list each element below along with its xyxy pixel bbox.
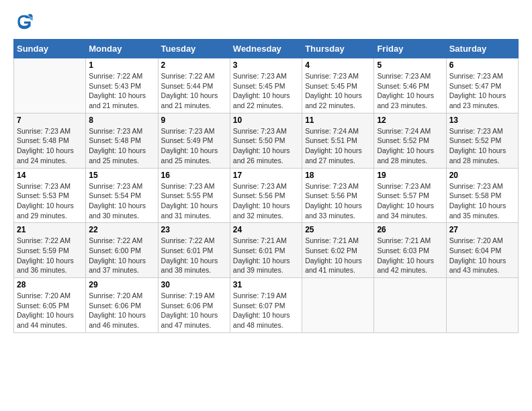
- day-number: 8: [89, 116, 154, 125]
- day-number: 14: [17, 171, 83, 180]
- day-cell: 7Sunrise: 7:23 AM Sunset: 5:48 PM Daylig…: [14, 113, 86, 168]
- day-info: Sunrise: 7:23 AM Sunset: 5:55 PM Dayligh…: [161, 181, 227, 221]
- day-cell: [446, 278, 518, 333]
- day-number: 5: [377, 60, 443, 70]
- day-number: 28: [17, 280, 83, 289]
- day-number: 25: [305, 225, 371, 234]
- day-info: Sunrise: 7:21 AM Sunset: 6:01 PM Dayligh…: [233, 236, 299, 275]
- day-number: 10: [233, 116, 299, 125]
- day-cell: 17Sunrise: 7:23 AM Sunset: 5:56 PM Dayli…: [230, 168, 302, 223]
- day-number: 12: [377, 116, 443, 125]
- day-info: Sunrise: 7:23 AM Sunset: 5:45 PM Dayligh…: [233, 71, 299, 111]
- day-info: Sunrise: 7:20 AM Sunset: 6:05 PM Dayligh…: [17, 291, 83, 330]
- day-info: Sunrise: 7:22 AM Sunset: 5:44 PM Dayligh…: [161, 71, 227, 111]
- header-cell-tuesday: Tuesday: [158, 40, 230, 58]
- day-number: 23: [161, 225, 227, 234]
- day-cell: 5Sunrise: 7:23 AM Sunset: 5:46 PM Daylig…: [374, 58, 446, 113]
- day-cell: 10Sunrise: 7:23 AM Sunset: 5:50 PM Dayli…: [230, 113, 302, 168]
- day-number: 11: [305, 116, 371, 125]
- day-cell: [374, 278, 446, 333]
- day-info: Sunrise: 7:23 AM Sunset: 5:48 PM Dayligh…: [17, 126, 83, 166]
- header-cell-sunday: Sunday: [14, 40, 86, 58]
- day-info: Sunrise: 7:23 AM Sunset: 5:52 PM Dayligh…: [449, 126, 515, 166]
- day-number: 31: [233, 280, 299, 289]
- day-cell: [14, 58, 86, 113]
- day-cell: 27Sunrise: 7:20 AM Sunset: 6:04 PM Dayli…: [446, 223, 518, 278]
- header-cell-friday: Friday: [374, 40, 446, 58]
- header-cell-monday: Monday: [86, 40, 158, 58]
- calendar-header: SundayMondayTuesdayWednesdayThursdayFrid…: [14, 40, 519, 58]
- day-info: Sunrise: 7:23 AM Sunset: 5:58 PM Dayligh…: [449, 181, 515, 221]
- day-number: 21: [17, 225, 83, 234]
- day-cell: 24Sunrise: 7:21 AM Sunset: 6:01 PM Dayli…: [230, 223, 302, 278]
- day-cell: 6Sunrise: 7:23 AM Sunset: 5:47 PM Daylig…: [446, 58, 518, 113]
- day-info: Sunrise: 7:23 AM Sunset: 5:50 PM Dayligh…: [233, 126, 299, 166]
- day-cell: 21Sunrise: 7:22 AM Sunset: 5:59 PM Dayli…: [14, 223, 86, 278]
- day-number: 9: [161, 116, 227, 125]
- day-cell: 3Sunrise: 7:23 AM Sunset: 5:45 PM Daylig…: [230, 58, 302, 113]
- day-number: 20: [449, 171, 515, 180]
- day-info: Sunrise: 7:23 AM Sunset: 5:56 PM Dayligh…: [305, 181, 371, 221]
- day-number: 6: [449, 60, 515, 70]
- day-info: Sunrise: 7:23 AM Sunset: 5:53 PM Dayligh…: [17, 181, 83, 221]
- week-row-0: 1Sunrise: 7:22 AM Sunset: 5:43 PM Daylig…: [14, 58, 519, 113]
- day-number: 24: [233, 225, 299, 234]
- day-info: Sunrise: 7:23 AM Sunset: 5:57 PM Dayligh…: [377, 181, 443, 221]
- day-info: Sunrise: 7:22 AM Sunset: 6:00 PM Dayligh…: [89, 236, 154, 275]
- day-cell: 14Sunrise: 7:23 AM Sunset: 5:53 PM Dayli…: [14, 168, 86, 223]
- day-info: Sunrise: 7:23 AM Sunset: 5:48 PM Dayligh…: [89, 126, 154, 166]
- day-number: 13: [449, 116, 515, 125]
- day-cell: 4Sunrise: 7:23 AM Sunset: 5:45 PM Daylig…: [302, 58, 374, 113]
- day-cell: 15Sunrise: 7:23 AM Sunset: 5:54 PM Dayli…: [86, 168, 158, 223]
- day-number: 29: [89, 280, 154, 289]
- day-cell: 31Sunrise: 7:19 AM Sunset: 6:07 PM Dayli…: [230, 278, 302, 333]
- week-row-4: 28Sunrise: 7:20 AM Sunset: 6:05 PM Dayli…: [14, 278, 519, 333]
- day-cell: 12Sunrise: 7:24 AM Sunset: 5:52 PM Dayli…: [374, 113, 446, 168]
- logo-icon: [13, 11, 35, 32]
- day-number: 3: [233, 60, 299, 70]
- day-number: 17: [233, 171, 299, 180]
- day-number: 2: [161, 60, 227, 70]
- header-cell-thursday: Thursday: [302, 40, 374, 58]
- day-number: 26: [377, 225, 443, 234]
- week-row-2: 14Sunrise: 7:23 AM Sunset: 5:53 PM Dayli…: [14, 168, 519, 223]
- day-cell: 29Sunrise: 7:20 AM Sunset: 6:06 PM Dayli…: [86, 278, 158, 333]
- day-info: Sunrise: 7:24 AM Sunset: 5:51 PM Dayligh…: [305, 126, 371, 166]
- day-cell: 20Sunrise: 7:23 AM Sunset: 5:58 PM Dayli…: [446, 168, 518, 223]
- day-info: Sunrise: 7:21 AM Sunset: 6:02 PM Dayligh…: [305, 236, 371, 275]
- day-cell: 25Sunrise: 7:21 AM Sunset: 6:02 PM Dayli…: [302, 223, 374, 278]
- day-info: Sunrise: 7:20 AM Sunset: 6:06 PM Dayligh…: [89, 291, 154, 330]
- day-cell: 9Sunrise: 7:23 AM Sunset: 5:49 PM Daylig…: [158, 113, 230, 168]
- header: [13, 11, 519, 32]
- day-info: Sunrise: 7:21 AM Sunset: 6:03 PM Dayligh…: [377, 236, 443, 275]
- day-cell: 30Sunrise: 7:19 AM Sunset: 6:06 PM Dayli…: [158, 278, 230, 333]
- day-info: Sunrise: 7:22 AM Sunset: 5:59 PM Dayligh…: [17, 236, 83, 275]
- day-info: Sunrise: 7:22 AM Sunset: 5:43 PM Dayligh…: [89, 71, 154, 111]
- day-info: Sunrise: 7:20 AM Sunset: 6:04 PM Dayligh…: [449, 236, 515, 275]
- day-cell: 8Sunrise: 7:23 AM Sunset: 5:48 PM Daylig…: [86, 113, 158, 168]
- day-cell: 11Sunrise: 7:24 AM Sunset: 5:51 PM Dayli…: [302, 113, 374, 168]
- day-info: Sunrise: 7:24 AM Sunset: 5:52 PM Dayligh…: [377, 126, 443, 166]
- calendar-table: SundayMondayTuesdayWednesdayThursdayFrid…: [13, 39, 519, 333]
- day-cell: 13Sunrise: 7:23 AM Sunset: 5:52 PM Dayli…: [446, 113, 518, 168]
- day-cell: 22Sunrise: 7:22 AM Sunset: 6:00 PM Dayli…: [86, 223, 158, 278]
- day-info: Sunrise: 7:23 AM Sunset: 5:54 PM Dayligh…: [89, 181, 154, 221]
- day-number: 7: [17, 116, 83, 125]
- day-cell: 19Sunrise: 7:23 AM Sunset: 5:57 PM Dayli…: [374, 168, 446, 223]
- page: SundayMondayTuesdayWednesdayThursdayFrid…: [0, 0, 532, 340]
- day-number: 27: [449, 225, 515, 234]
- calendar-body: 1Sunrise: 7:22 AM Sunset: 5:43 PM Daylig…: [14, 58, 519, 333]
- day-cell: 26Sunrise: 7:21 AM Sunset: 6:03 PM Dayli…: [374, 223, 446, 278]
- day-cell: 2Sunrise: 7:22 AM Sunset: 5:44 PM Daylig…: [158, 58, 230, 113]
- day-info: Sunrise: 7:19 AM Sunset: 6:06 PM Dayligh…: [161, 291, 227, 330]
- day-number: 18: [305, 171, 371, 180]
- day-number: 15: [89, 171, 154, 180]
- day-cell: 28Sunrise: 7:20 AM Sunset: 6:05 PM Dayli…: [14, 278, 86, 333]
- header-row: SundayMondayTuesdayWednesdayThursdayFrid…: [14, 40, 519, 58]
- day-info: Sunrise: 7:23 AM Sunset: 5:46 PM Dayligh…: [377, 71, 443, 111]
- header-cell-saturday: Saturday: [446, 40, 518, 58]
- day-info: Sunrise: 7:23 AM Sunset: 5:47 PM Dayligh…: [449, 71, 515, 111]
- day-number: 22: [89, 225, 154, 234]
- day-cell: 23Sunrise: 7:22 AM Sunset: 6:01 PM Dayli…: [158, 223, 230, 278]
- day-info: Sunrise: 7:22 AM Sunset: 6:01 PM Dayligh…: [161, 236, 227, 275]
